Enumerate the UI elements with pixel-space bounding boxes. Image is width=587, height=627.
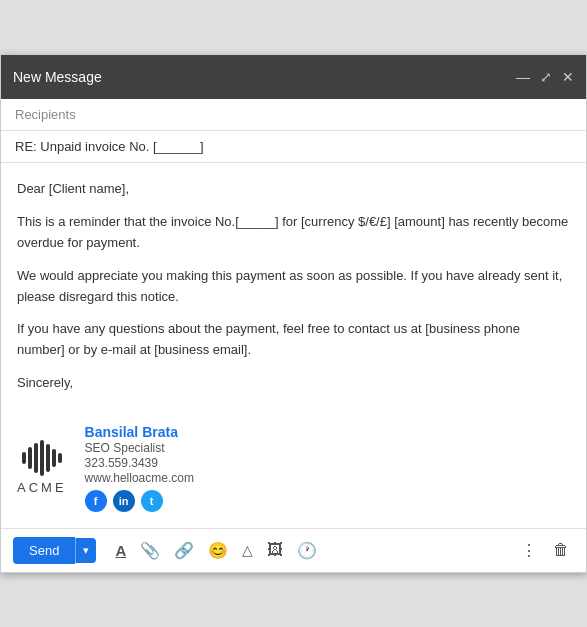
emoji-button[interactable]: 😊 (203, 537, 233, 564)
more-options-button[interactable]: ⋮ (516, 537, 542, 564)
twitter-icon[interactable]: t (141, 490, 163, 512)
attach-button[interactable]: 📎 (135, 537, 165, 564)
minimize-button[interactable]: — (516, 70, 530, 84)
signature-socials: f in t (85, 490, 194, 512)
signature-phone: 323.559.3439 (85, 456, 194, 470)
email-body[interactable]: Dear [Client name], This is a reminder t… (1, 163, 586, 413)
send-dropdown-button[interactable]: ▾ (75, 538, 96, 563)
send-button[interactable]: Send (13, 537, 75, 564)
toolbar-left: Send ▾ A 📎 🔗 😊 △ 🖼 🕐 (13, 537, 322, 564)
image-button[interactable]: 🖼 (262, 537, 288, 563)
company-logo: ACME (17, 440, 67, 495)
body-para3: If you have any questions about the paym… (17, 319, 570, 361)
body-para1: This is a reminder that the invoice No.[… (17, 212, 570, 254)
signature-area: ACME Bansilal Brata SEO Specialist 323.5… (1, 414, 586, 516)
recipients-row[interactable]: Recipients (1, 99, 586, 131)
signature-website: www.helloacme.com (85, 471, 194, 485)
window-title: New Message (13, 69, 102, 85)
send-group: Send ▾ (13, 537, 96, 564)
recipients-label: Recipients (15, 107, 76, 122)
title-bar: New Message — ⤢ ✕ (1, 55, 586, 99)
subject-text: RE: Unpaid invoice No. [______] (15, 139, 204, 154)
format-text-button[interactable]: A (110, 538, 131, 563)
body-greeting: Dear [Client name], (17, 179, 570, 200)
delete-button[interactable]: 🗑 (548, 537, 574, 563)
compose-window: New Message — ⤢ ✕ Recipients RE: Unpaid … (0, 54, 587, 572)
logo-text: ACME (17, 480, 67, 495)
signature-title: SEO Specialist (85, 441, 194, 455)
maximize-button[interactable]: ⤢ (540, 70, 552, 84)
schedule-button[interactable]: 🕐 (292, 537, 322, 564)
toolbar-right: ⋮ 🗑 (516, 537, 574, 564)
signature-name: Bansilal Brata (85, 424, 194, 440)
signature-info: Bansilal Brata SEO Specialist 323.559.34… (85, 424, 194, 512)
close-button[interactable]: ✕ (562, 70, 574, 84)
body-para2: We would appreciate you making this paym… (17, 266, 570, 308)
subject-row[interactable]: RE: Unpaid invoice No. [______] (1, 131, 586, 163)
compose-toolbar: Send ▾ A 📎 🔗 😊 △ 🖼 🕐 ⋮ 🗑 (1, 528, 586, 572)
waveform-icon (22, 440, 62, 476)
linkedin-icon[interactable]: in (113, 490, 135, 512)
facebook-icon[interactable]: f (85, 490, 107, 512)
drive-button[interactable]: △ (237, 538, 258, 562)
body-closing: Sincerely, (17, 373, 570, 394)
window-controls: — ⤢ ✕ (516, 70, 574, 84)
link-button[interactable]: 🔗 (169, 537, 199, 564)
